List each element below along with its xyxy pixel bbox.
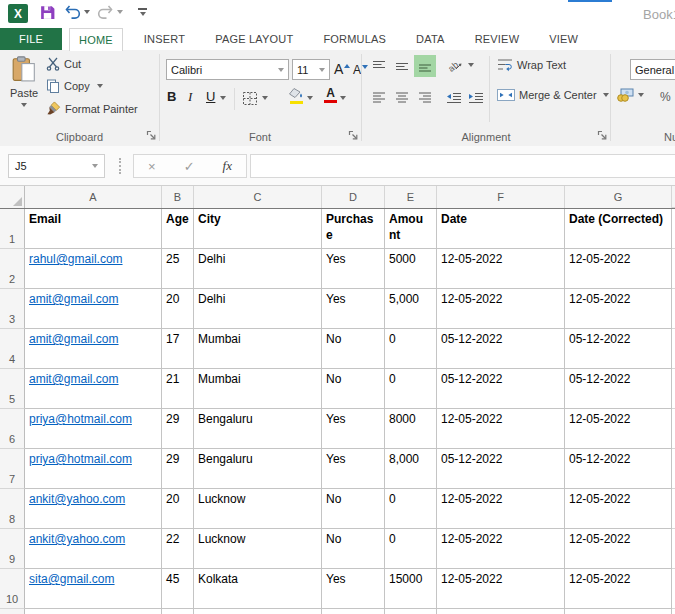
cell-A1[interactable]: Email [25, 209, 162, 249]
cell-D10[interactable]: Yes [322, 569, 385, 609]
cell-D2[interactable]: Yes [322, 249, 385, 289]
cell-A11[interactable] [25, 609, 162, 614]
row-header-11[interactable] [0, 609, 25, 614]
row-header-10[interactable]: 10 [0, 569, 25, 609]
cell-A7[interactable]: priya@hotmail.com [25, 449, 162, 489]
cell-A5[interactable]: amit@gmail.com [25, 369, 162, 409]
cell-F7[interactable]: 05-12-2022 [437, 449, 565, 489]
tab-data[interactable]: DATA [407, 28, 454, 50]
cell-C10[interactable]: Kolkata [194, 569, 322, 609]
cell-F8[interactable]: 12-05-2022 [437, 489, 565, 529]
cell-A6[interactable]: priya@hotmail.com [25, 409, 162, 449]
paste-button[interactable]: Paste [5, 54, 43, 128]
cell-G3[interactable]: 12-05-2022 [565, 289, 672, 329]
cell-C6[interactable]: Bengaluru [194, 409, 322, 449]
cell-F11[interactable] [437, 609, 565, 614]
borders-button[interactable] [242, 90, 258, 106]
tab-file[interactable]: FILE [0, 28, 62, 50]
cell-B4[interactable]: 17 [162, 329, 194, 369]
tab-home[interactable]: HOME [69, 28, 123, 51]
select-all-button[interactable] [0, 186, 25, 208]
cell-A8[interactable]: ankit@yahoo.com [25, 489, 162, 529]
cell-E5[interactable]: 0 [385, 369, 437, 409]
cell-D8[interactable]: No [322, 489, 385, 529]
cell-F9[interactable]: 12-05-2022 [437, 529, 565, 569]
merge-center-button[interactable]: Merge & Center [497, 89, 609, 101]
cut-button[interactable]: Cut [46, 57, 81, 71]
font-size-combo[interactable]: 11 [292, 59, 330, 80]
cell-D6[interactable]: Yes [322, 409, 385, 449]
align-center-button[interactable] [391, 87, 413, 109]
cell-E9[interactable]: 0 [385, 529, 437, 569]
row-header-7[interactable]: 7 [0, 449, 25, 489]
cell-B5[interactable]: 21 [162, 369, 194, 409]
cell-E4[interactable]: 0 [385, 329, 437, 369]
wrap-text-button[interactable]: Wrap Text [497, 58, 566, 72]
redo-button[interactable] [97, 4, 123, 20]
cell-F6[interactable]: 12-05-2022 [437, 409, 565, 449]
cell-C9[interactable]: Lucknow [194, 529, 322, 569]
cell-F2[interactable]: 12-05-2022 [437, 249, 565, 289]
enter-check-icon[interactable]: ✓ [184, 159, 195, 174]
customize-qat-button[interactable] [138, 8, 147, 16]
font-dialog-launcher[interactable] [348, 130, 359, 141]
formula-input[interactable] [250, 154, 675, 178]
excel-app-icon[interactable]: X [8, 4, 28, 23]
cell-A10[interactable]: sita@gmail.com [25, 569, 162, 609]
cell-D9[interactable]: No [322, 529, 385, 569]
cell-F4[interactable]: 05-12-2022 [437, 329, 565, 369]
cancel-icon[interactable]: × [148, 159, 156, 174]
decrease-indent-button[interactable] [444, 87, 464, 109]
cell-G6[interactable]: 12-05-2022 [565, 409, 672, 449]
borders-dropdown-arrow-icon[interactable] [262, 96, 268, 100]
accounting-format-button[interactable] [616, 88, 644, 102]
grow-font-button[interactable]: A [334, 61, 350, 77]
font-color-button[interactable]: A [324, 87, 337, 103]
row-header-8[interactable]: 8 [0, 489, 25, 529]
cell-A2[interactable]: rahul@gmail.com [25, 249, 162, 289]
italic-button[interactable]: I [188, 89, 192, 105]
tab-formulas[interactable]: FORMULAS [314, 28, 395, 50]
fill-color-dropdown-arrow-icon[interactable] [307, 96, 313, 100]
cell-G5[interactable]: 05-12-2022 [565, 369, 672, 409]
font-name-combo[interactable]: Calibri [166, 59, 289, 80]
tab-page-layout[interactable]: PAGE LAYOUT [206, 28, 302, 50]
cell-G2[interactable]: 12-05-2022 [565, 249, 672, 289]
cell-C3[interactable]: Delhi [194, 289, 322, 329]
cell-B10[interactable]: 45 [162, 569, 194, 609]
cell-E1[interactable]: Amount [385, 209, 437, 249]
row-header-6[interactable]: 6 [0, 409, 25, 449]
cell-A9[interactable]: ankit@yahoo.com [25, 529, 162, 569]
row-header-3[interactable]: 3 [0, 289, 25, 329]
cell-B3[interactable]: 20 [162, 289, 194, 329]
cell-D4[interactable]: No [322, 329, 385, 369]
cell-E6[interactable]: 8000 [385, 409, 437, 449]
cell-F3[interactable]: 12-05-2022 [437, 289, 565, 329]
cell-C2[interactable]: Delhi [194, 249, 322, 289]
row-header-2[interactable]: 2 [0, 249, 25, 289]
align-right-button[interactable] [414, 87, 436, 109]
fill-color-button[interactable] [288, 88, 304, 104]
alignment-dialog-launcher[interactable] [597, 130, 608, 141]
name-box[interactable]: J5 [8, 154, 105, 178]
cell-G8[interactable]: 12-05-2022 [565, 489, 672, 529]
cell-C4[interactable]: Mumbai [194, 329, 322, 369]
column-header-C[interactable]: C [194, 186, 322, 208]
cell-B6[interactable]: 29 [162, 409, 194, 449]
font-color-dropdown-arrow-icon[interactable] [340, 96, 346, 100]
column-header-A[interactable]: A [25, 186, 162, 208]
cell-E10[interactable]: 15000 [385, 569, 437, 609]
percent-style-button[interactable]: % [660, 90, 671, 104]
cell-C7[interactable]: Bengaluru [194, 449, 322, 489]
cell-B1[interactable]: Age [162, 209, 194, 249]
tab-view[interactable]: VIEW [540, 28, 587, 50]
cell-E7[interactable]: 8,000 [385, 449, 437, 489]
underline-button[interactable]: U [206, 89, 215, 104]
align-bottom-button[interactable] [414, 55, 436, 77]
cell-A4[interactable]: amit@gmail.com [25, 329, 162, 369]
row-header-5[interactable]: 5 [0, 369, 25, 409]
cell-B8[interactable]: 20 [162, 489, 194, 529]
align-left-button[interactable] [368, 87, 390, 109]
cell-C8[interactable]: Lucknow [194, 489, 322, 529]
column-header-G[interactable]: G [565, 186, 672, 208]
